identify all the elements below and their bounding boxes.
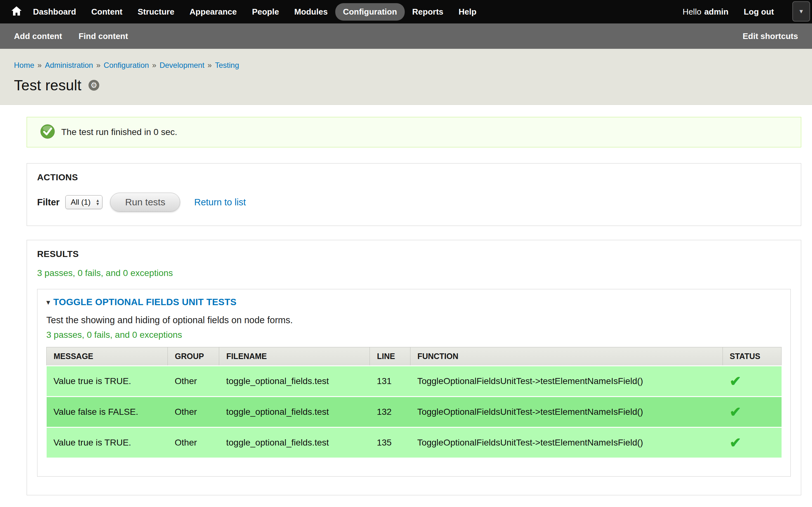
toolbar-item-reports[interactable]: Reports xyxy=(405,3,451,20)
results-table: MESSAGE GROUP FILENAME LINE FUNCTION STA… xyxy=(46,347,781,458)
cell-message: Value false is FALSE. xyxy=(47,397,168,428)
col-header-message: MESSAGE xyxy=(47,347,168,366)
return-to-list-link[interactable]: Return to list xyxy=(194,197,246,208)
results-panel-title: RESULTS xyxy=(37,249,791,259)
username: admin xyxy=(704,7,728,17)
pass-check-icon: ✔ xyxy=(729,404,741,419)
toolbar-toggle-button[interactable]: ▼ xyxy=(792,1,810,21)
filter-select-value: All (1) xyxy=(71,198,91,207)
greeting-prefix: Hello xyxy=(682,7,701,17)
cell-status: ✔ xyxy=(722,366,781,397)
breadcrumb-administration[interactable]: Administration xyxy=(45,61,93,70)
cell-line: 131 xyxy=(370,366,410,397)
cell-line: 135 xyxy=(370,428,410,458)
col-header-line: LINE xyxy=(370,347,410,366)
test-group-legend[interactable]: ▾ TOGGLE OPTIONAL FIELDS UNIT TESTS xyxy=(46,297,781,307)
test-group-description: Test the showing and hiding of optional … xyxy=(46,315,781,326)
pass-check-icon: ✔ xyxy=(729,435,741,450)
toolbar-item-appearance[interactable]: Appearance xyxy=(182,3,245,20)
breadcrumb-development[interactable]: Development xyxy=(159,61,204,70)
actions-panel: ACTIONS Filter All (1) ▲ ▼ Run tests Ret… xyxy=(27,163,801,226)
toolbar-item-modules[interactable]: Modules xyxy=(287,3,335,20)
shortcut-bar: Add content Find content Edit shortcuts xyxy=(0,23,812,49)
col-header-group: GROUP xyxy=(168,347,219,366)
status-ok-icon xyxy=(40,124,55,140)
breadcrumb-testing[interactable]: Testing xyxy=(215,61,239,70)
col-header-filename: FILENAME xyxy=(219,347,370,366)
toolbar-item-dashboard[interactable]: Dashboard xyxy=(26,3,84,20)
col-header-status: STATUS xyxy=(722,347,781,366)
status-message: The test run finished in 0 sec. xyxy=(27,117,801,147)
cell-filename: toggle_optional_fields.test xyxy=(219,428,370,458)
cell-filename: toggle_optional_fields.test xyxy=(219,397,370,428)
toolbar-item-help[interactable]: Help xyxy=(451,3,484,20)
cell-group: Other xyxy=(168,428,219,458)
cell-line: 132 xyxy=(370,397,410,428)
run-tests-button[interactable]: Run tests xyxy=(110,193,180,212)
cell-group: Other xyxy=(168,366,219,397)
cell-status: ✔ xyxy=(722,428,781,458)
table-row: Value true is TRUE. Other toggle_optiona… xyxy=(47,428,781,458)
breadcrumb-separator: » xyxy=(152,61,156,70)
breadcrumb-separator: » xyxy=(38,61,42,70)
pass-check-icon: ✔ xyxy=(729,373,741,389)
test-group-fieldset: ▾ TOGGLE OPTIONAL FIELDS UNIT TESTS Test… xyxy=(37,289,791,476)
breadcrumb-separator: » xyxy=(96,61,100,70)
breadcrumb-home[interactable]: Home xyxy=(14,61,34,70)
cell-filename: toggle_optional_fields.test xyxy=(219,366,370,397)
breadcrumb: Home » Administration » Configuration » … xyxy=(14,61,798,70)
gear-icon[interactable]: ⚙ xyxy=(89,80,99,91)
home-button[interactable] xyxy=(8,3,26,20)
actions-panel-title: ACTIONS xyxy=(37,172,791,182)
test-group-title: TOGGLE OPTIONAL FIELDS UNIT TESTS xyxy=(53,297,237,307)
toolbar-item-configuration[interactable]: Configuration xyxy=(335,3,404,20)
cell-status: ✔ xyxy=(722,397,781,428)
select-stepper-icon: ▲ ▼ xyxy=(96,199,100,206)
cell-message: Value true is TRUE. xyxy=(47,428,168,458)
breadcrumb-configuration[interactable]: Configuration xyxy=(104,61,149,70)
table-header-row: MESSAGE GROUP FILENAME LINE FUNCTION STA… xyxy=(47,347,781,366)
results-summary: 3 passes, 0 fails, and 0 exceptions xyxy=(37,268,791,278)
logout-link[interactable]: Log out xyxy=(744,7,774,17)
breadcrumb-separator: » xyxy=(207,61,212,70)
user-greeting: Hello admin xyxy=(682,7,728,17)
test-group-summary: 3 passes, 0 fails, and 0 exceptions xyxy=(46,330,781,340)
toolbar-item-content[interactable]: Content xyxy=(84,3,130,20)
table-row: Value true is TRUE. Other toggle_optiona… xyxy=(47,366,781,397)
main-content: The test run finished in 0 sec. ACTIONS … xyxy=(0,105,812,495)
results-panel: RESULTS 3 passes, 0 fails, and 0 excepti… xyxy=(27,240,801,495)
shortcut-find-content[interactable]: Find content xyxy=(79,32,128,41)
home-icon xyxy=(11,6,22,17)
toolbar-item-people[interactable]: People xyxy=(244,3,287,20)
toolbar-item-structure[interactable]: Structure xyxy=(130,3,182,20)
collapse-triangle-icon: ▾ xyxy=(46,298,50,307)
cell-function: ToggleOptionalFieldsUnitTest->testElemen… xyxy=(410,397,722,428)
filter-label: Filter xyxy=(37,197,60,208)
page-title: Test result xyxy=(14,77,82,94)
cell-group: Other xyxy=(168,397,219,428)
cell-message: Value true is TRUE. xyxy=(47,366,168,397)
col-header-function: FUNCTION xyxy=(410,347,722,366)
shortcut-add-content[interactable]: Add content xyxy=(14,32,62,41)
table-row: Value false is FALSE. Other toggle_optio… xyxy=(47,397,781,428)
admin-toolbar: Dashboard Content Structure Appearance P… xyxy=(0,0,812,23)
chevron-down-icon: ▼ xyxy=(798,8,804,15)
branding-region: Home » Administration » Configuration » … xyxy=(0,49,812,105)
cell-function: ToggleOptionalFieldsUnitTest->testElemen… xyxy=(410,366,722,397)
filter-select[interactable]: All (1) ▲ ▼ xyxy=(65,195,103,209)
edit-shortcuts-link[interactable]: Edit shortcuts xyxy=(743,32,798,41)
status-message-text: The test run finished in 0 sec. xyxy=(61,127,177,137)
cell-function: ToggleOptionalFieldsUnitTest->testElemen… xyxy=(410,428,722,458)
